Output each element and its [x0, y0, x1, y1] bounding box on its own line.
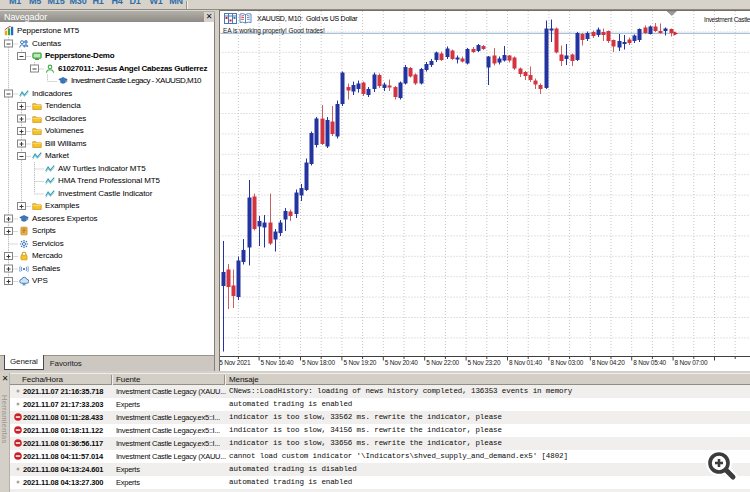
- expert-icon: [58, 76, 68, 86]
- candle-body: [550, 29, 554, 31]
- tree-item-vol-menes[interactable]: Volúmenes: [0, 125, 214, 137]
- candle-body: [571, 54, 575, 61]
- tree-item-mercado[interactable]: Mercado: [0, 250, 214, 262]
- tree-item-label: Volúmenes: [45, 126, 84, 135]
- indicator-name-label: Investment Castle: [704, 16, 750, 23]
- timeframe-button-m1[interactable]: M1: [4, 0, 26, 8]
- candle-body: [670, 29, 674, 33]
- tree-item-label: Scripts: [32, 226, 56, 235]
- journal-column-divider[interactable]: [111, 375, 113, 385]
- candle-body: [519, 69, 523, 75]
- time-axis-label: 5 Nov 20:40: [385, 359, 418, 366]
- journal-column-fecha-hora[interactable]: Fecha/Hora: [22, 375, 63, 384]
- tree-item-examples[interactable]: Examples: [0, 200, 214, 212]
- candle-body: [539, 85, 543, 89]
- chart-title: XAUUSD, M10: Gold vs US Dollar: [257, 15, 357, 22]
- folder-icon: [32, 114, 42, 124]
- chart-plot-area[interactable]: [219, 11, 750, 356]
- chart-book-icon: [239, 13, 252, 24]
- tree-item-investment-castle-indicator[interactable]: Investment Castle Indicator: [0, 188, 214, 200]
- candlestick-chart[interactable]: 5 Nov 20215 Nov 16:405 Nov 18:005 Nov 19…: [219, 10, 750, 371]
- candle-body: [607, 31, 611, 41]
- navigator-close-icon[interactable]: ✕: [204, 12, 214, 22]
- info-icon: [14, 478, 22, 486]
- service-icon: [19, 239, 29, 249]
- tree-item-aw-turtles-indicator-mt5[interactable]: AW Turtles Indicator MT5: [0, 163, 214, 175]
- error-icon: [14, 426, 22, 434]
- candle-body: [654, 26, 658, 30]
- tree-item-osciladores[interactable]: Osciladores: [0, 113, 214, 125]
- toolbox-close-icon[interactable]: ✕: [1, 374, 9, 383]
- tree-item-scripts[interactable]: Scripts: [0, 225, 214, 237]
- tree-item-indicadores[interactable]: Indicadores: [0, 88, 214, 100]
- journal-column-divider[interactable]: [224, 375, 226, 385]
- toolbox-vertical-tab[interactable]: Herramientas: [0, 395, 9, 444]
- tree-item-label: Investment Castle Indicator: [58, 189, 152, 198]
- tree-item-pepperstone-mt5[interactable]: Pepperstone MT5: [0, 25, 214, 37]
- journal-row[interactable]: 2021.11.08 01:11:28.433Investment Castle…: [10, 411, 750, 424]
- journal-row[interactable]: 2021.11.08 04:11:57.014Investment Castle…: [10, 450, 750, 463]
- time-axis-label: 5 Nov 16:40: [261, 359, 294, 366]
- tree-item-cuentas[interactable]: Cuentas: [0, 38, 214, 50]
- journal-source: Experts: [116, 400, 228, 409]
- candle-body: [336, 104, 340, 136]
- journal-column-mensaje[interactable]: Mensaje: [229, 375, 259, 384]
- candle-body: [295, 193, 299, 214]
- journal-message: cannot load custom indicator '\Indicator…: [229, 452, 568, 460]
- timeframe-button-m30[interactable]: M30: [67, 0, 89, 8]
- script-icon: [19, 226, 29, 236]
- tree-item-pepperstone-demo[interactable]: Pepperstone-Demo: [0, 50, 214, 62]
- indicator-icon: [45, 164, 55, 174]
- tree-item-61027011-jesus-angel-cabezas-gutierrez[interactable]: 61027011: Jesus Angel Cabezas Gutierrez: [0, 63, 214, 75]
- tree-item-label: Investment Castle Legacy - XAUUSD,M10: [71, 76, 201, 85]
- navigator-tab-general[interactable]: General: [4, 355, 44, 370]
- tree-item-investment-castle-legacy-xauusd-m10[interactable]: Investment Castle Legacy - XAUUSD,M10: [0, 75, 214, 87]
- candle-body: [592, 32, 596, 36]
- navigator-tab-bar: GeneralFavoritos: [0, 355, 214, 371]
- candle-body: [493, 55, 497, 63]
- timeframe-button-m5[interactable]: M5: [24, 0, 46, 8]
- candle-body: [362, 83, 366, 94]
- candle-body: [482, 46, 486, 49]
- chart-scroll-marker-icon[interactable]: [667, 11, 677, 16]
- candle-body: [248, 197, 252, 247]
- timeframe-button-m15[interactable]: M15: [45, 0, 67, 8]
- tree-item-label: Examples: [45, 201, 79, 210]
- journal-row[interactable]: 2021.11.08 04:13:24.601Expertsautomated …: [10, 463, 750, 476]
- journal-time: 2021.11.08 01:36:56.117: [23, 439, 103, 448]
- candle-body: [237, 261, 241, 298]
- folder-icon: [32, 101, 42, 111]
- zoom-overlay-icon[interactable]: [706, 450, 738, 482]
- candle-body: [503, 55, 507, 61]
- candle-body: [555, 29, 559, 53]
- tree-item-servicios[interactable]: Servicios: [0, 238, 214, 250]
- journal-row[interactable]: 2021.11.07 21:17:33.203Expertsautomated …: [10, 398, 750, 411]
- tree-item-bill-williams[interactable]: Bill Williams: [0, 138, 214, 150]
- journal-row[interactable]: 2021.11.07 21:16:35.718Investment Castle…: [10, 385, 750, 398]
- journal-time: 2021.11.07 21:17:33.203: [23, 400, 103, 409]
- tree-item-label: VPS: [32, 276, 48, 285]
- journal-row[interactable]: 2021.11.08 04:13:27.300Expertsautomated …: [10, 476, 750, 489]
- timeframe-button-d1[interactable]: D1: [124, 0, 146, 8]
- tree-item-tendencia[interactable]: Tendencia: [0, 100, 214, 112]
- tree-item-vps[interactable]: VPS: [0, 275, 214, 287]
- tree-item-market[interactable]: Market: [0, 150, 214, 162]
- navigator-tab-favoritos[interactable]: Favoritos: [44, 356, 88, 371]
- tree-item-asesores-expertos[interactable]: Asesores Expertos: [0, 213, 214, 225]
- candle-body: [586, 33, 590, 39]
- time-axis-label: 8 Nov 01:40: [509, 359, 542, 366]
- journal-row[interactable]: 2021.11.08 01:36:56.117Investment Castle…: [10, 437, 750, 450]
- candle-body: [394, 87, 398, 97]
- timeframe-button-mn[interactable]: MN: [165, 0, 187, 8]
- tree-item-label: HMA Trend Professional MT5: [58, 176, 160, 185]
- tree-item-se-ales[interactable]: Señales: [0, 263, 214, 275]
- error-icon: [14, 439, 22, 447]
- tree-item-label: Tendencia: [45, 101, 81, 110]
- candle-body: [612, 40, 616, 47]
- journal-row[interactable]: 2021.11.08 01:18:11.122Investment Castle…: [10, 424, 750, 437]
- timeframe-button-w1[interactable]: W1: [145, 0, 167, 8]
- tree-item-hma-trend-professional-mt5[interactable]: HMA Trend Professional MT5: [0, 175, 214, 187]
- candle-body: [628, 40, 632, 43]
- candle-body: [508, 55, 512, 60]
- journal-column-fuente[interactable]: Fuente: [116, 375, 140, 384]
